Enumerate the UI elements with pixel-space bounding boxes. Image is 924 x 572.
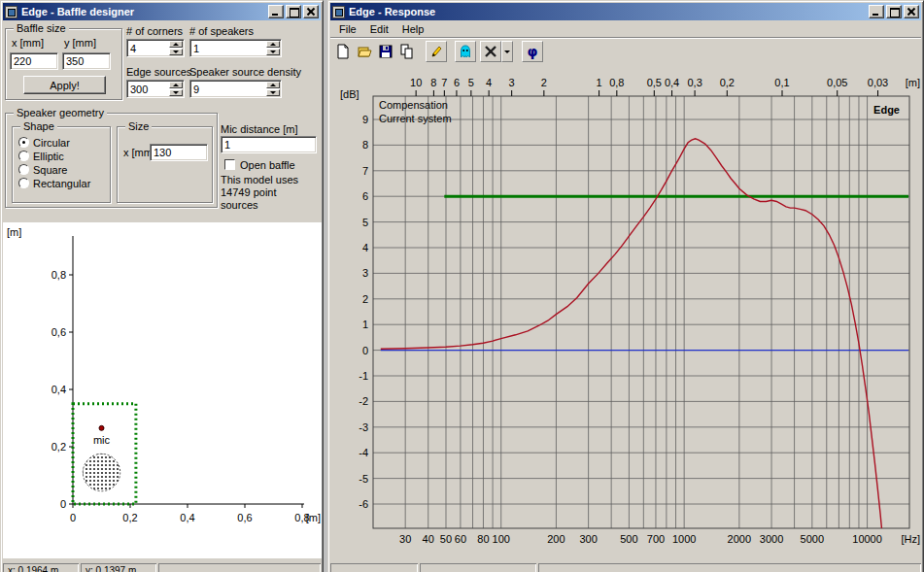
baffle-x-input[interactable]	[10, 52, 58, 70]
status-panel	[330, 563, 418, 572]
baffle-window-titlebar[interactable]: Edge - Baffle designer	[3, 3, 321, 20]
svg-text:0,4: 0,4	[51, 384, 66, 395]
model-info-text: This model uses 14749 point sources	[221, 174, 313, 212]
svg-text:2: 2	[362, 293, 368, 305]
radio-circular[interactable]	[18, 137, 29, 148]
up-arrow-icon	[173, 84, 179, 86]
maximize-button[interactable]	[286, 5, 301, 18]
svg-text:-5: -5	[359, 473, 368, 485]
delete-curve-button[interactable]	[480, 41, 501, 62]
radio-elliptic[interactable]	[18, 151, 29, 161]
open-baffle-label: Open baffle	[240, 159, 295, 171]
baffle-window-title: Edge - Baffle designer	[19, 6, 266, 17]
svg-text:0,03: 0,03	[868, 77, 888, 88]
new-button[interactable]	[332, 41, 354, 62]
edge-sources-spin-buttons	[169, 82, 183, 96]
svg-text:0,1: 0,1	[774, 77, 789, 88]
shape-option-rectangular[interactable]: Rectangular	[18, 177, 90, 189]
svg-text:3000: 3000	[760, 533, 783, 545]
menu-file[interactable]: File	[332, 21, 363, 37]
svg-text:[m]: [m]	[7, 226, 21, 238]
speaker-geometry-group: Speaker geometry Shape Circular Elliptic…	[5, 113, 218, 208]
save-floppy-icon	[378, 44, 394, 59]
density-spinner	[189, 80, 282, 98]
apply-button[interactable]: Apply!	[23, 76, 106, 94]
size-x-input[interactable]	[150, 144, 208, 161]
shape-option-elliptic[interactable]: Elliptic	[18, 150, 64, 162]
svg-text:1: 1	[362, 319, 368, 330]
response-window-titlebar[interactable]: Edge - Response	[330, 3, 921, 20]
corners-label: # of corners	[126, 25, 183, 37]
spin-down-button[interactable]	[169, 89, 183, 96]
open-baffle-checkbox[interactable]	[224, 159, 235, 170]
svg-text:80: 80	[477, 533, 489, 545]
close-button[interactable]	[904, 5, 919, 18]
svg-text:-1: -1	[359, 370, 368, 382]
mic-distance-label: Mic distance [m]	[221, 123, 297, 135]
svg-text:0,3: 0,3	[687, 77, 702, 88]
save-button[interactable]	[375, 41, 396, 62]
baffle-designer-window: Edge - Baffle designer Baffle size x [mm…	[0, 0, 324, 572]
baffle-size-legend: Baffle size	[14, 22, 69, 34]
svg-text:[m]: [m]	[906, 77, 920, 88]
svg-text:0: 0	[362, 345, 368, 356]
svg-text:1: 1	[597, 77, 602, 88]
svg-text:4: 4	[362, 242, 368, 253]
svg-text:0,2: 0,2	[51, 441, 66, 453]
ghost-button[interactable]	[455, 41, 476, 62]
svg-text:0,8: 0,8	[609, 77, 624, 88]
spin-down-button[interactable]	[266, 49, 280, 55]
svg-text:Edge: Edge	[873, 104, 900, 116]
svg-text:[dB]: [dB]	[340, 88, 359, 100]
status-panel	[420, 563, 536, 572]
open-folder-icon	[357, 44, 372, 59]
svg-text:10: 10	[410, 77, 422, 88]
phase-button[interactable]: φ	[522, 41, 543, 62]
spin-up-button[interactable]	[266, 41, 280, 48]
baffle-plot-canvas[interactable]: 00,20,40,60,800,20,40,60,8[m][m]mic	[3, 222, 322, 558]
menu-help[interactable]: Help	[395, 21, 431, 37]
baffle-layout-plot[interactable]: 00,20,40,60,800,20,40,60,8[m][m]mic	[3, 222, 322, 558]
minimize-button[interactable]	[869, 5, 884, 18]
down-arrow-icon	[173, 50, 179, 53]
svg-text:-4: -4	[359, 447, 368, 458]
density-spin-buttons	[266, 82, 280, 96]
spin-up-button[interactable]	[169, 82, 183, 88]
svg-text:7: 7	[441, 77, 447, 88]
open-button[interactable]	[354, 41, 375, 62]
svg-text:100: 100	[493, 533, 510, 545]
svg-text:5: 5	[468, 77, 474, 88]
baffle-y-input[interactable]	[62, 52, 111, 70]
svg-text:0,05: 0,05	[827, 77, 847, 88]
svg-text:300: 300	[579, 533, 597, 545]
svg-text:0,8: 0,8	[51, 269, 66, 281]
copy-button[interactable]	[396, 41, 418, 62]
edge-sources-label: Edge sources	[126, 66, 191, 78]
spin-down-button[interactable]	[169, 49, 183, 55]
svg-text:50: 50	[440, 533, 452, 545]
down-arrow-icon	[173, 91, 179, 94]
radio-rectangular[interactable]	[18, 178, 29, 188]
radio-elliptic-label: Elliptic	[33, 151, 64, 162]
svg-text:-3: -3	[359, 421, 368, 433]
spin-up-button[interactable]	[266, 82, 280, 88]
minimize-button[interactable]	[268, 5, 284, 18]
open-baffle-option[interactable]: Open baffle	[224, 158, 295, 171]
menu-bar: File Edit Help	[330, 20, 921, 37]
edge-sources-spinner	[126, 80, 185, 98]
speakers-spin-buttons	[266, 41, 280, 55]
shape-option-square[interactable]: Square	[18, 163, 67, 176]
shape-option-circular[interactable]: Circular	[18, 136, 70, 149]
status-x-coordinate: x: 0.1964 m	[3, 563, 79, 572]
close-button[interactable]	[303, 5, 319, 18]
menu-edit[interactable]: Edit	[363, 21, 395, 37]
maximize-button[interactable]	[886, 5, 902, 18]
svg-text:0,6: 0,6	[51, 326, 66, 338]
spin-up-button[interactable]	[169, 41, 183, 48]
radio-square[interactable]	[18, 164, 29, 175]
draw-compensation-button[interactable]	[426, 41, 447, 62]
mic-distance-input[interactable]	[221, 136, 317, 153]
delete-curve-dropdown[interactable]	[501, 41, 513, 62]
spin-down-button[interactable]	[266, 89, 280, 96]
copy-icon	[399, 44, 415, 59]
